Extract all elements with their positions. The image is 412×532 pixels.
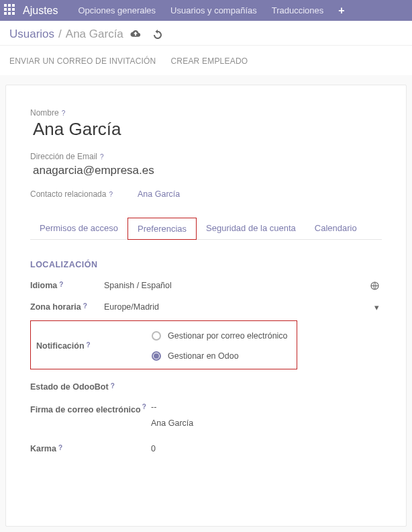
add-menu-icon[interactable]: + (331, 5, 351, 17)
language-select[interactable]: Spanish / Español (104, 281, 382, 290)
signature-help-icon[interactable]: ? (142, 403, 146, 410)
form-card: Nombre? Ana García Dirección de Email? a… (5, 85, 407, 527)
odoobot-help-icon[interactable]: ? (111, 382, 115, 390)
breadcrumb-separator: / (58, 28, 62, 41)
tabs: Permisos de acceso Preferencias Segurida… (30, 218, 382, 240)
radio-icon (152, 331, 161, 341)
related-contact-help-icon[interactable]: ? (109, 191, 113, 198)
breadcrumb-parent[interactable]: Usuarios (9, 28, 54, 41)
notification-option-odoo-label: Gestionar en Odoo (168, 351, 239, 361)
email-label: Dirección de Email? (30, 152, 382, 161)
menu-general-options[interactable]: Opciones generales (71, 5, 162, 15)
email-help-icon[interactable]: ? (100, 153, 104, 161)
karma-label: Karma? (30, 444, 151, 453)
karma-value[interactable]: 0 (151, 444, 382, 453)
tab-calendar[interactable]: Calendario (305, 218, 366, 239)
notification-radio-group: Gestionar por correo electrónico Gestion… (152, 331, 288, 361)
app-brand[interactable]: Ajustes (23, 5, 58, 17)
apps-icon[interactable] (4, 4, 17, 17)
notification-help-icon[interactable]: ? (87, 341, 91, 349)
notification-label: Notificación? (36, 341, 110, 351)
caret-down-icon[interactable]: ▾ (374, 302, 379, 312)
globe-icon[interactable] (370, 281, 379, 290)
radio-icon-checked (152, 351, 161, 361)
cloud-save-icon[interactable] (130, 30, 141, 39)
tab-account-security[interactable]: Seguridad de la cuenta (197, 218, 305, 239)
tab-preferences[interactable]: Preferencias (127, 218, 197, 240)
notification-highlight: Notificación? Gestionar por correo elect… (30, 320, 297, 369)
timezone-row: Zona horaria? Europe/Madrid ▾ (30, 296, 382, 318)
notification-option-email-label: Gestionar por correo electrónico (168, 331, 288, 341)
signature-value[interactable]: -- Ana García (151, 402, 193, 428)
odoobot-label: Estado de OdooBot? (30, 382, 151, 392)
related-contact-link[interactable]: Ana García (138, 189, 180, 199)
signature-label: Firma de correo electrónico? (30, 402, 151, 416)
notification-option-email[interactable]: Gestionar por correo electrónico (152, 331, 288, 341)
top-menu-bar: Ajustes Opciones generales Usuarios y co… (0, 0, 412, 21)
karma-help-icon[interactable]: ? (58, 444, 62, 451)
signature-row: Firma de correo electrónico? -- Ana Garc… (30, 398, 382, 433)
timezone-select[interactable]: Europe/Madrid (104, 302, 382, 312)
related-contact-label: Contacto relacionada? (30, 189, 138, 199)
localization-section-title: LOCALIZACIÓN (30, 260, 382, 269)
karma-row: Karma? 0 (30, 438, 382, 459)
menu-translations[interactable]: Traducciones (265, 5, 331, 15)
breadcrumb: Usuarios / Ana García (0, 21, 412, 46)
breadcrumb-current: Ana García (66, 28, 123, 41)
discard-icon[interactable] (153, 30, 162, 39)
create-employee-button[interactable]: CREAR EMPLEADO (170, 56, 248, 66)
language-row: Idioma? Spanish / Español (30, 275, 382, 296)
send-invite-button[interactable]: ENVIAR UN CORREO DE INVITACIÓN (9, 56, 156, 66)
email-value[interactable]: anagarcia@empresa.es (33, 164, 382, 177)
action-bar: ENVIAR UN CORREO DE INVITACIÓN CREAR EMP… (0, 46, 412, 75)
name-help-icon[interactable]: ? (62, 109, 66, 117)
timezone-label: Zona horaria? (30, 302, 104, 312)
content-area: Nombre? Ana García Dirección de Email? a… (0, 75, 412, 532)
timezone-help-icon[interactable]: ? (83, 302, 87, 310)
menu-users-companies[interactable]: Usuarios y compañías (164, 5, 264, 15)
name-label: Nombre? (30, 108, 382, 118)
language-help-icon[interactable]: ? (59, 281, 63, 288)
name-value[interactable]: Ana García (33, 119, 382, 140)
language-label: Idioma? (30, 281, 104, 290)
odoobot-row: Estado de OdooBot? (30, 376, 382, 398)
notification-option-odoo[interactable]: Gestionar en Odoo (152, 351, 288, 361)
tab-access-permissions[interactable]: Permisos de acceso (30, 218, 127, 239)
